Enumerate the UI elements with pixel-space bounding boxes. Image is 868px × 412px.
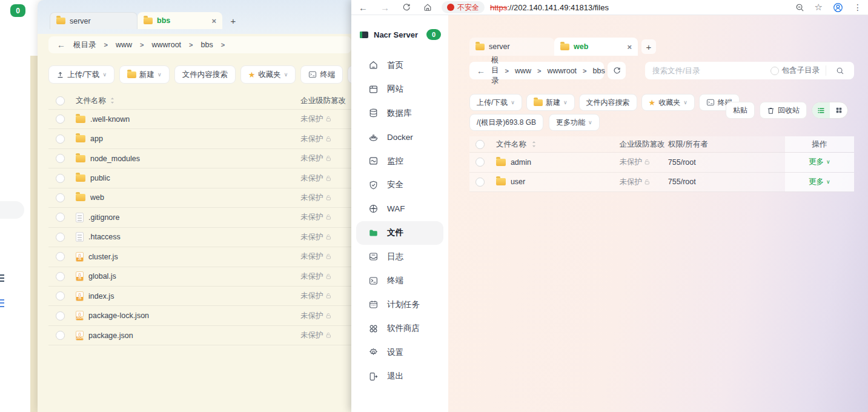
- disk-usage-button[interactable]: /(根目录)693.8 GB: [469, 114, 543, 131]
- file-name[interactable]: index.js: [88, 292, 114, 301]
- sidebar-item-files[interactable]: 文件: [356, 221, 443, 245]
- row-checkbox[interactable]: [56, 154, 65, 163]
- sidebar-item-cron[interactable]: 计划任务: [351, 293, 448, 317]
- sidebar-item-terminal[interactable]: 终端: [351, 269, 448, 293]
- include-subdir-checkbox[interactable]: 包含子目录: [770, 65, 826, 76]
- sidebar-badge[interactable]: 0: [426, 29, 441, 40]
- content-search-button[interactable]: 文件内容搜索: [174, 65, 236, 84]
- row-checkbox[interactable]: [56, 272, 65, 281]
- row-checkbox[interactable]: [56, 174, 65, 183]
- back-icon[interactable]: ←: [57, 40, 65, 50]
- file-name[interactable]: package-lock.json: [88, 311, 149, 320]
- add-tab-button[interactable]: +: [226, 13, 240, 28]
- table-row-admin[interactable]: admin 未保护 755/root 更多 ∨: [469, 153, 854, 173]
- bookmark-star-icon[interactable]: ☆: [815, 2, 823, 13]
- browser-back-icon[interactable]: ←: [359, 3, 368, 12]
- list-view-button[interactable]: [812, 102, 830, 118]
- new-button[interactable]: 新建 ∨: [119, 65, 170, 84]
- select-all-checkbox[interactable]: [475, 140, 485, 149]
- file-name[interactable]: .well-known: [90, 115, 130, 124]
- breadcrumb-www[interactable]: www: [116, 41, 132, 49]
- desktop-notification-badge[interactable]: 0: [10, 4, 25, 17]
- sidebar-item-home[interactable]: 首页: [351, 53, 448, 78]
- reload-icon[interactable]: [402, 3, 411, 12]
- paste-button[interactable]: 粘贴: [726, 102, 755, 119]
- main-tab-web[interactable]: web ×: [554, 38, 638, 56]
- unlock-icon[interactable]: [325, 293, 332, 299]
- browser-forward-icon[interactable]: →: [380, 3, 389, 12]
- zoom-out-icon[interactable]: [795, 3, 804, 12]
- add-tab-button[interactable]: +: [641, 39, 656, 54]
- unlock-icon[interactable]: [325, 175, 332, 182]
- unlock-icon[interactable]: [325, 155, 332, 162]
- row-checkbox[interactable]: [56, 331, 65, 340]
- home-icon[interactable]: [423, 3, 432, 12]
- file-name[interactable]: user: [511, 178, 525, 186]
- sidebar-item-docker[interactable]: Docker: [351, 125, 448, 150]
- file-name[interactable]: admin: [511, 158, 531, 167]
- file-name[interactable]: web: [90, 193, 104, 202]
- upload-download-button[interactable]: 上传/下载 ∨: [469, 94, 522, 111]
- main-tab-server[interactable]: server: [469, 38, 554, 56]
- breadcrumb-www[interactable]: www: [515, 67, 531, 75]
- file-name[interactable]: package.json: [88, 331, 133, 340]
- breadcrumb-bbs[interactable]: bbs: [593, 67, 605, 75]
- unlock-icon[interactable]: [325, 273, 332, 280]
- row-checkbox[interactable]: [56, 233, 65, 242]
- file-name[interactable]: global.js: [88, 272, 116, 281]
- security-warning-chip[interactable]: × 不安全: [442, 1, 485, 13]
- row-checkbox[interactable]: [56, 193, 65, 202]
- file-name[interactable]: app: [90, 135, 103, 143]
- row-checkbox[interactable]: [56, 311, 65, 321]
- search-button[interactable]: [826, 62, 854, 79]
- file-name[interactable]: .htaccess: [88, 233, 121, 241]
- column-file-name[interactable]: 文件名称: [76, 96, 106, 106]
- more-actions-button[interactable]: 更多: [809, 157, 824, 167]
- row-checkbox[interactable]: [475, 158, 485, 167]
- upload-download-button[interactable]: 上传/下载 ∨: [48, 65, 114, 84]
- browser-menu-icon[interactable]: ⋮: [853, 2, 862, 12]
- content-search-button[interactable]: 文件内容搜索: [579, 94, 637, 111]
- row-checkbox[interactable]: [475, 178, 485, 187]
- search-input[interactable]: [645, 67, 770, 75]
- sort-icon[interactable]: [110, 97, 115, 104]
- sidebar-item-logout[interactable]: 退出: [351, 365, 448, 389]
- unlock-icon[interactable]: [325, 214, 332, 221]
- favorites-button[interactable]: ★ 收藏夹 ∨: [641, 94, 695, 111]
- sidebar-item-database[interactable]: 数据库: [351, 101, 448, 125]
- sidebar-item-settings[interactable]: 设置: [351, 341, 448, 365]
- breadcrumb-root[interactable]: 根目录: [491, 55, 499, 86]
- profile-avatar-icon[interactable]: [833, 2, 843, 13]
- unlock-icon[interactable]: [325, 234, 332, 241]
- unlock-icon[interactable]: [325, 253, 332, 260]
- unlock-icon[interactable]: [325, 136, 332, 142]
- sidebar-item-monitor[interactable]: 监控: [351, 149, 448, 173]
- more-actions-button[interactable]: 更多: [809, 177, 824, 187]
- breadcrumb-wwwroot[interactable]: wwwroot: [547, 67, 577, 75]
- grid-view-button[interactable]: [830, 102, 847, 118]
- file-name[interactable]: cluster.js: [88, 253, 118, 261]
- close-tab-icon[interactable]: ×: [627, 42, 632, 51]
- close-tab-icon[interactable]: ×: [211, 16, 216, 25]
- unlock-icon[interactable]: [325, 313, 332, 319]
- file-name[interactable]: public: [90, 174, 110, 182]
- select-all-checkbox[interactable]: [56, 96, 65, 105]
- left-tab-server[interactable]: server: [50, 12, 137, 29]
- breadcrumb-bbs[interactable]: bbs: [201, 41, 213, 49]
- unlock-icon[interactable]: [325, 116, 332, 122]
- column-file-name[interactable]: 文件名称: [496, 139, 526, 150]
- refresh-button[interactable]: [608, 62, 626, 79]
- breadcrumb-wwwroot[interactable]: wwwroot: [151, 41, 181, 49]
- more-features-button[interactable]: 更多功能 ∨: [549, 114, 600, 131]
- sidebar-item-logs[interactable]: 日志: [351, 245, 448, 269]
- back-icon[interactable]: ←: [477, 66, 485, 76]
- row-checkbox[interactable]: [56, 252, 65, 261]
- terminal-button[interactable]: 终端: [300, 65, 343, 84]
- favorites-button[interactable]: ★ 收藏夹 ∨: [240, 65, 296, 84]
- breadcrumb-root[interactable]: 根目录: [73, 40, 96, 50]
- new-button[interactable]: 新建 ∨: [526, 94, 575, 111]
- sort-icon[interactable]: [531, 141, 537, 148]
- sidebar-item-website[interactable]: 网站: [351, 78, 448, 102]
- unlock-icon[interactable]: [325, 194, 332, 201]
- recycle-bin-button[interactable]: 回收站: [760, 102, 807, 119]
